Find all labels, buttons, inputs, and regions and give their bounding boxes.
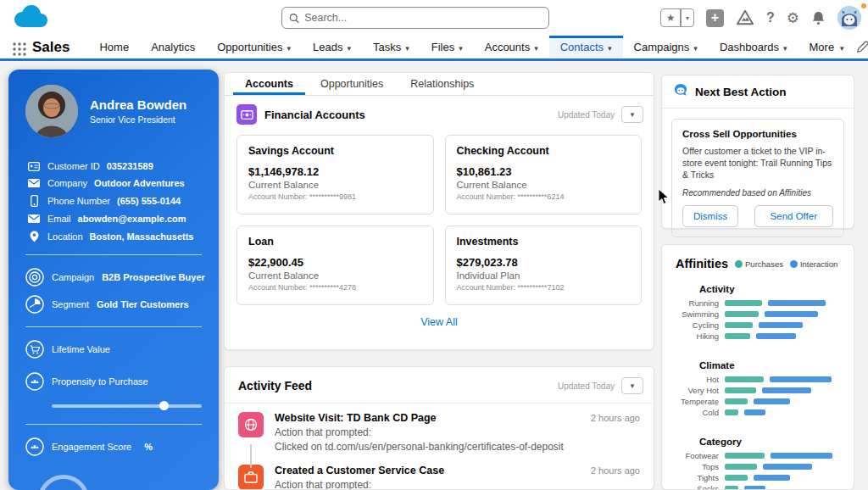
nav-item-more[interactable]: More xyxy=(798,36,857,58)
add-icon[interactable]: + xyxy=(706,9,724,27)
bar-row: Socks xyxy=(662,483,854,490)
detail-row-customer-id: Customer ID 035231589 xyxy=(8,158,219,175)
edit-pencil-icon[interactable] xyxy=(856,36,868,58)
bar-row: Tops xyxy=(662,461,854,472)
feed-item-service-case[interactable]: Created a Customer Service Case 2 hours … xyxy=(238,465,640,490)
chevron-down-icon xyxy=(838,41,845,53)
timestamp: 2 hours ago xyxy=(591,465,640,476)
notification-indicator xyxy=(861,3,866,8)
card-title: Next Best Action xyxy=(695,86,787,98)
search-icon xyxy=(289,13,299,24)
updated-label: Updated Today xyxy=(558,110,615,120)
accounts-card: Accounts Opportunities Relationships Fin… xyxy=(224,72,654,350)
app-navigation: Sales Home Analytics Opportunities Leads… xyxy=(0,36,868,61)
timestamp: 2 hours ago xyxy=(591,413,640,423)
location-pin-icon xyxy=(27,231,41,242)
section-title: Financial Accounts xyxy=(264,109,365,121)
segment-row: Segment Gold Tier Customers xyxy=(8,291,219,318)
campaign-row: Campaign B2B Prospective Buyer xyxy=(8,264,219,291)
trailhead-icon[interactable] xyxy=(736,9,754,26)
affinity-group-climate: Climate Hot Very Hot Temperate Cold xyxy=(662,360,854,418)
affinity-group-activity: Activity Running Swimming Cycling Hiking xyxy=(662,284,854,342)
favorites-button[interactable]: ★ ▾ xyxy=(660,8,694,27)
chevron-down-icon xyxy=(693,41,698,53)
account-tile-loan[interactable]: Loan $22,900.45 Current Balance Account … xyxy=(236,226,434,305)
nav-item-home[interactable]: Home xyxy=(88,36,140,58)
lifetime-value-row: Lifetime Value xyxy=(8,336,219,363)
propensity-slider[interactable] xyxy=(52,402,202,410)
nav-item-tasks[interactable]: Tasks xyxy=(362,36,420,58)
chart-title: Affinities xyxy=(676,257,728,270)
chevron-down-icon xyxy=(287,41,291,53)
briefcase-icon xyxy=(238,465,264,490)
interaction-legend-dot xyxy=(790,260,798,268)
banknote-icon xyxy=(236,104,257,125)
cart-icon xyxy=(25,340,44,359)
globe-icon xyxy=(238,412,264,437)
send-offer-button[interactable]: Send Offer xyxy=(754,205,833,227)
app-launcher-icon[interactable] xyxy=(12,39,27,58)
account-tile-investments[interactable]: Investments $279,023.78 Individual Plan … xyxy=(445,226,643,305)
chevron-down-icon xyxy=(347,41,351,53)
feed-item-website-visit[interactable]: Website Visit: TD Bank CD Page 2 hours a… xyxy=(238,412,640,453)
bar-row: Hot xyxy=(662,374,854,385)
affinity-group-category: Category Footwear Tops Tights Socks xyxy=(662,437,854,490)
account-tile-checking[interactable]: Checking Account $10,861.23 Current Bala… xyxy=(445,135,643,214)
feed-title: Activity Feed xyxy=(238,379,312,393)
nav-item-accounts[interactable]: Accounts xyxy=(474,36,549,58)
profile-photo xyxy=(25,85,78,137)
pie-chart-icon xyxy=(25,295,44,314)
customer-title: Senior Vice President xyxy=(90,114,186,125)
slider-track xyxy=(52,404,202,408)
divider xyxy=(25,424,202,425)
propensity-row: Propensity to Purchase xyxy=(8,368,219,395)
nav-item-campaigns[interactable]: Campaigns xyxy=(623,36,709,58)
bar-row: Running xyxy=(662,298,854,309)
timeline-connector xyxy=(250,444,252,468)
chevron-down-icon: ▼ xyxy=(629,111,636,119)
tab-opportunities[interactable]: Opportunities xyxy=(309,73,395,95)
setup-gear-icon[interactable]: ⚙ xyxy=(787,9,799,27)
divider xyxy=(25,254,202,255)
bar-row: Cold xyxy=(662,407,854,418)
next-best-action-card: Next Best Action Cross Sell Opportunitie… xyxy=(661,75,854,229)
einstein-icon xyxy=(25,372,44,391)
chevron-down-icon: ▼ xyxy=(629,382,636,390)
account-tile-savings[interactable]: Savings Account $1,146,978.12 Current Ba… xyxy=(236,135,434,214)
customer-profile-panel: Andrea Bowden Senior Vice President Cust… xyxy=(8,70,219,490)
salesforce-logo xyxy=(10,2,49,34)
chevron-down-icon xyxy=(783,41,787,53)
dismiss-button[interactable]: Dismiss xyxy=(682,205,738,227)
einstein-icon xyxy=(672,83,689,100)
detail-row-phone: Phone Number (655) 555-0144 xyxy=(8,192,219,210)
slider-knob[interactable] xyxy=(159,401,169,410)
nav-item-files[interactable]: Files xyxy=(420,36,474,58)
record-tabs: Accounts Opportunities Relationships xyxy=(225,73,654,96)
affinities-card: Affinities Purchases Interaction Activit… xyxy=(661,244,854,490)
recommendation: Cross Sell Opportunities Offer customer … xyxy=(671,119,844,237)
nav-item-contacts[interactable]: Contacts xyxy=(549,36,623,58)
user-avatar[interactable] xyxy=(837,6,861,30)
global-search[interactable] xyxy=(281,7,549,29)
section-menu-button[interactable]: ▼ xyxy=(621,106,643,123)
nav-item-dashboards[interactable]: Dashboards xyxy=(709,36,798,58)
updated-label: Updated Today xyxy=(558,381,615,391)
notification-bell-icon[interactable] xyxy=(811,10,826,25)
nav-item-opportunities[interactable]: Opportunities xyxy=(206,36,302,58)
tab-accounts[interactable]: Accounts xyxy=(233,73,305,95)
bar-row: Footwear xyxy=(662,450,854,461)
chart-legend: Purchases Interaction xyxy=(735,259,837,269)
bullseye-icon xyxy=(25,268,44,287)
view-all-link[interactable]: View All xyxy=(225,305,654,337)
nav-item-leads[interactable]: Leads xyxy=(302,36,362,58)
search-input[interactable] xyxy=(304,12,542,24)
help-icon[interactable]: ? xyxy=(766,10,775,25)
envelope-icon xyxy=(27,179,41,187)
salesforce-contact-page: ★ ▾ + ? ⚙ xyxy=(0,0,868,490)
bar-row: Tights xyxy=(662,472,854,483)
feed-menu-button[interactable]: ▼ xyxy=(621,377,643,394)
chevron-down-icon xyxy=(534,41,538,53)
nav-item-analytics[interactable]: Analytics xyxy=(140,36,206,58)
einstein-icon xyxy=(25,437,44,456)
tab-relationships[interactable]: Relationships xyxy=(398,73,486,95)
